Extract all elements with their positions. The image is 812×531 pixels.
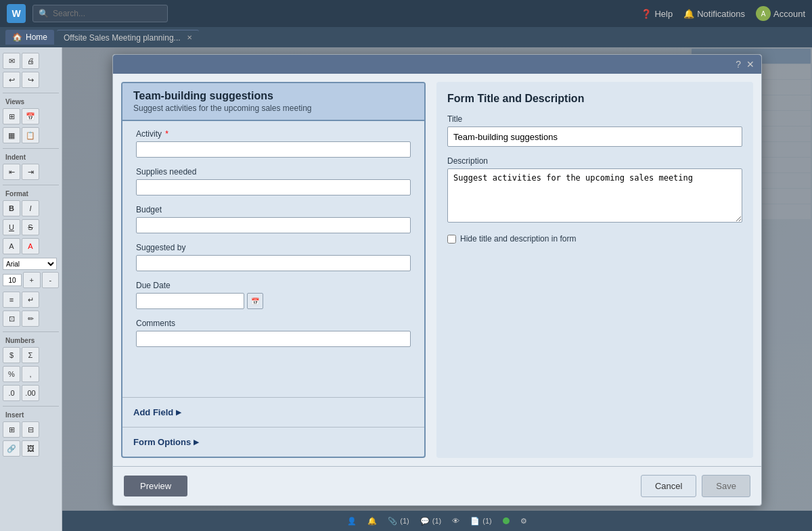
search-box[interactable]: 🔍 <box>32 5 168 22</box>
sidebar-view2-btn[interactable]: 📅 <box>22 108 39 124</box>
modal-help-button[interactable]: ? <box>736 59 741 70</box>
field-due-date: Due Date 📅 <box>136 281 411 309</box>
comma-btn[interactable]: , <box>22 366 39 382</box>
align-wrap-btn[interactable]: ↵ <box>22 292 39 308</box>
tab-home[interactable]: 🏠 Home <box>5 30 54 45</box>
highlight-btn[interactable]: A <box>3 238 20 254</box>
title-desc-panel: Form Title and Description Title Descrip… <box>436 82 753 458</box>
form-options-button[interactable]: Form Options ▶ <box>133 433 413 451</box>
field-budget: Budget <box>136 205 411 233</box>
status-contacts[interactable]: 👤 <box>347 517 357 526</box>
font-size-increase-btn[interactable]: + <box>23 272 41 288</box>
attachment-icon: 📎 <box>388 517 397 526</box>
field-activity-input[interactable] <box>136 141 411 158</box>
account-label: Account <box>773 9 805 19</box>
field-due-date-label: Due Date <box>136 281 411 290</box>
title-field-input[interactable] <box>447 126 742 147</box>
sidebar-undo-btn[interactable]: ↩ <box>3 72 20 88</box>
field-suggested-by-label: Suggested by <box>136 243 411 252</box>
field-comments-input[interactable] <box>136 331 411 347</box>
help-button[interactable]: ❓ Help <box>641 9 673 19</box>
italic-btn[interactable]: I <box>22 200 39 216</box>
footer-right-buttons: Cancel Save <box>641 475 750 497</box>
percent-btn[interactable]: % <box>3 366 20 382</box>
dec-increase-btn[interactable]: .00 <box>22 385 39 401</box>
form-description: Suggest activities for the upcoming sale… <box>133 103 413 113</box>
status-comments[interactable]: 💬 (1) <box>420 517 441 526</box>
status-online[interactable] <box>503 517 510 524</box>
bold-btn[interactable]: B <box>3 200 20 216</box>
required-star: * <box>165 129 168 139</box>
tab-page[interactable]: Offsite Sales Meeting planning... ✕ <box>57 30 199 45</box>
sidebar-view3-btn[interactable]: ▦ <box>3 127 20 143</box>
bottom-status-bar: 👤 🔔 📎 (1) 💬 (1) 👁 📄 (1) <box>62 511 812 531</box>
form-preview-panel: Team-building suggestions Suggest activi… <box>121 82 426 458</box>
field-activity-label: Activity * <box>136 129 411 139</box>
status-views[interactable]: 👁 <box>452 517 459 525</box>
account-button[interactable]: A Account <box>756 6 805 21</box>
color-btn[interactable]: A <box>22 238 39 254</box>
format-more-btn[interactable]: ⊡ <box>3 310 20 327</box>
sidebar-redo-btn[interactable]: ↪ <box>22 72 39 88</box>
align-left-btn[interactable]: ≡ <box>3 292 20 308</box>
notification-icon: 🔔 <box>367 517 377 526</box>
search-input[interactable] <box>53 9 154 18</box>
modal-header: ? ✕ <box>113 55 761 74</box>
form-title: Team-building suggestions <box>133 90 413 102</box>
description-field-textarea[interactable]: Suggest activities for the upcoming sale… <box>447 168 742 223</box>
hide-title-checkbox[interactable] <box>447 235 456 244</box>
currency-btn[interactable]: $ <box>3 347 20 363</box>
dec-decrease-btn[interactable]: .0 <box>3 385 20 401</box>
numbers-label: Numbers <box>3 336 59 346</box>
save-button[interactable]: Save <box>702 475 750 497</box>
sidebar-email-btn[interactable]: ✉ <box>3 53 20 69</box>
font-size-input[interactable] <box>3 274 22 286</box>
modal-footer: Preview Cancel Save <box>113 466 761 505</box>
indent-left-btn[interactable]: ⇤ <box>3 164 20 180</box>
insert-col-btn[interactable]: ⊟ <box>22 421 39 438</box>
settings-icon: ⚙ <box>520 517 527 526</box>
sidebar-print-btn[interactable]: 🖨 <box>22 53 39 69</box>
panel-heading: Form Title and Description <box>447 93 742 105</box>
field-supplies-input[interactable] <box>136 179 411 195</box>
hide-title-row: Hide title and description in form <box>447 234 742 244</box>
contacts-icon: 👤 <box>347 517 357 526</box>
formula-btn[interactable]: Σ <box>22 347 39 363</box>
date-input-row: 📅 <box>136 293 411 309</box>
insert-link-btn[interactable]: 🔗 <box>3 440 20 457</box>
add-field-arrow-icon: ▶ <box>176 409 181 416</box>
search-icon: 🔍 <box>39 9 49 18</box>
status-notifications[interactable]: 🔔 <box>367 517 377 526</box>
underline-btn[interactable]: U <box>3 219 20 235</box>
home-icon: 🏠 <box>12 32 22 42</box>
sidebar-view1-btn[interactable]: ⊞ <box>3 108 20 124</box>
field-budget-input[interactable] <box>136 217 411 233</box>
insert-row-btn[interactable]: ⊞ <box>3 421 20 438</box>
comment-count: (1) <box>432 517 441 525</box>
page-tab-label: Offsite Sales Meeting planning... <box>64 33 181 43</box>
status-settings[interactable]: ⚙ <box>520 517 527 526</box>
field-suggested-by-input[interactable] <box>136 255 411 271</box>
insert-image-btn[interactable]: 🖼 <box>22 440 39 457</box>
preview-button[interactable]: Preview <box>124 476 187 497</box>
notifications-button[interactable]: 🔔 Notifications <box>683 9 745 19</box>
field-supplies: Supplies needed <box>136 167 411 195</box>
modal-close-button[interactable]: ✕ <box>746 59 754 70</box>
attachment-count: (1) <box>400 517 409 525</box>
add-field-button[interactable]: Add Field ▶ <box>133 403 413 421</box>
font-size-decrease-btn[interactable]: - <box>42 272 60 288</box>
modal-body: Team-building suggestions Suggest activi… <box>113 74 761 466</box>
indent-right-btn[interactable]: ⇥ <box>22 164 39 180</box>
cancel-button[interactable]: Cancel <box>641 475 696 497</box>
font-family-select[interactable]: Arial <box>3 258 57 270</box>
content-area: ? ✕ Team-building suggestions Suggest ac… <box>62 47 812 531</box>
calendar-icon-button[interactable]: 📅 <box>247 293 263 309</box>
field-due-date-input[interactable] <box>136 293 244 309</box>
status-attachments[interactable]: 📎 (1) <box>388 517 409 526</box>
strikethrough-btn[interactable]: S <box>22 219 39 235</box>
sidebar-view4-btn[interactable]: 📋 <box>22 127 39 143</box>
format-extra-btn[interactable]: ✏ <box>22 310 39 327</box>
tab-close-icon[interactable]: ✕ <box>187 34 192 41</box>
bell-icon: 🔔 <box>683 9 694 19</box>
status-documents[interactable]: 📄 (1) <box>470 517 491 526</box>
